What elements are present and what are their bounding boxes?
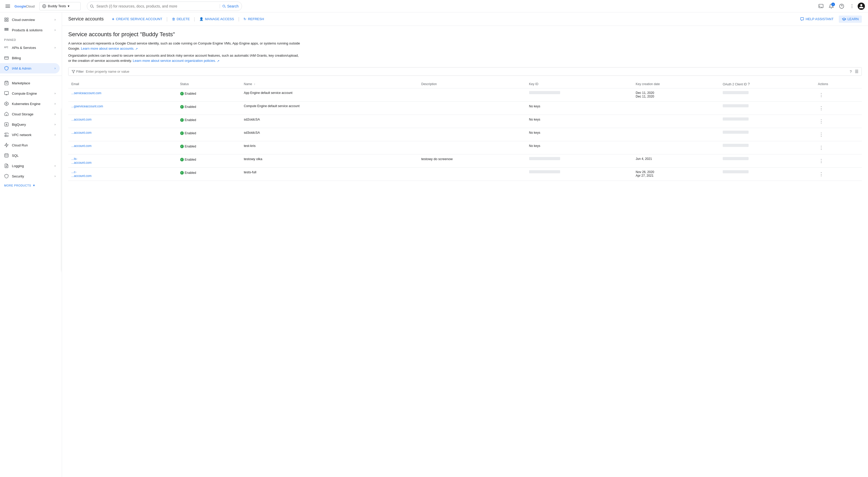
nav-actions: 1: [816, 2, 865, 11]
delete-button[interactable]: 🗑 DELETE: [169, 16, 193, 23]
oauth2-placeholder: [723, 170, 749, 173]
sidebar-item-vpc[interactable]: VPC network ›: [0, 129, 60, 140]
terminal-button[interactable]: [816, 2, 826, 11]
email-link[interactable]: ...ts-: [71, 157, 174, 161]
learn-more-org-policies-link[interactable]: Learn more about service account organiz…: [133, 59, 219, 63]
more-options-button[interactable]: [847, 2, 857, 11]
sidebar-item-sql[interactable]: SQL: [0, 150, 60, 161]
user-avatar[interactable]: [858, 3, 865, 10]
row-actions-button[interactable]: ⋮: [818, 157, 825, 165]
row-actions-button[interactable]: ⋮: [818, 144, 825, 152]
manage-access-button[interactable]: 👤 MANAGE ACCESS: [196, 16, 237, 23]
iam-icon: [4, 66, 9, 70]
project-name: Buddy Tests: [48, 4, 66, 8]
email-link-2[interactable]: ...account.com: [71, 161, 92, 165]
row-actions-button[interactable]: ⋮: [818, 117, 825, 125]
chevron-right-iam: ›: [55, 66, 56, 70]
sidebar-item-label-billing: Billing: [12, 56, 56, 60]
row-status: Enabled: [177, 102, 241, 115]
col-header-name[interactable]: Name ↑: [241, 80, 418, 88]
filter-input[interactable]: [86, 69, 847, 73]
email-link[interactable]: ...account.com: [71, 118, 92, 121]
sidebar-item-bigquery[interactable]: BigQuery ›: [0, 119, 60, 129]
row-key-id: No keys: [526, 115, 633, 128]
status-badge: Enabled: [180, 145, 196, 148]
sidebar-item-label-logging: Logging: [12, 164, 52, 168]
filter-help-icon[interactable]: ?: [850, 69, 852, 74]
sidebar-item-cloud-run[interactable]: Cloud Run: [0, 140, 60, 150]
sidebar: Cloud overview › Products & solutions › …: [0, 12, 62, 477]
email-link[interactable]: ...serviceaccount.com: [71, 91, 101, 95]
svg-point-26: [6, 103, 7, 105]
row-oauth2: [720, 115, 815, 128]
more-products-button[interactable]: MORE PRODUCTS ▾: [0, 181, 62, 189]
sidebar-item-compute[interactable]: Compute Engine ›: [0, 88, 60, 98]
sidebar-item-security[interactable]: Security ›: [0, 171, 60, 181]
row-actions-button[interactable]: ⋮: [818, 91, 825, 99]
sidebar-item-iam[interactable]: IAM & Admin ›: [0, 63, 60, 73]
sidebar-item-marketplace[interactable]: Marketplace: [0, 78, 60, 88]
sidebar-item-logging[interactable]: Logging ›: [0, 161, 60, 171]
filter-bar: Filter ? ☰: [68, 67, 862, 76]
learn-more-service-accounts-link[interactable]: Learn more about service accounts. ↗: [81, 47, 138, 51]
col-header-key-id: Key ID: [526, 80, 633, 88]
col-header-actions: Actions: [815, 80, 862, 88]
sidebar-item-label-iam: IAM & Admin: [12, 66, 52, 70]
separator-3: |: [238, 16, 239, 22]
svg-rect-27: [5, 123, 8, 126]
google-cloud-logo[interactable]: Google Cloud: [14, 3, 35, 9]
notifications-button[interactable]: 1: [827, 2, 836, 11]
column-options-button[interactable]: ☰: [855, 69, 859, 74]
row-actions-button[interactable]: ⋮: [818, 104, 825, 112]
learn-button[interactable]: LEARN: [839, 16, 862, 23]
search-input[interactable]: [96, 4, 218, 8]
sidebar-item-label-cloud-overview: Cloud overview: [12, 18, 52, 22]
sidebar-item-apis[interactable]: API APIs & Services ›: [0, 42, 60, 53]
chevron-down-icon: ▾: [33, 183, 35, 187]
create-service-account-button[interactable]: + CREATE SERVICE ACCOUNT: [109, 15, 165, 23]
oauth2-placeholder: [723, 131, 749, 134]
help-assistant-button[interactable]: HELP ASSISTANT: [797, 16, 837, 23]
email-link[interactable]: ...account.com: [71, 131, 92, 135]
sidebar-item-cloud-overview[interactable]: Cloud overview ›: [0, 14, 60, 25]
status-badge: Enabled: [180, 171, 196, 175]
status-badge: Enabled: [180, 105, 196, 109]
row-oauth2: [720, 141, 815, 154]
email-link-2[interactable]: ...account.com: [71, 174, 92, 178]
logging-icon: [4, 163, 9, 168]
svg-marker-25: [5, 102, 8, 106]
row-email: ...c-...account.com: [68, 168, 177, 181]
svg-rect-13: [5, 20, 6, 22]
sidebar-item-label-marketplace: Marketplace: [12, 81, 56, 85]
email-link[interactable]: ...c-: [71, 170, 174, 174]
row-actions-button[interactable]: ⋮: [818, 131, 825, 139]
sidebar-item-billing[interactable]: Billing: [0, 53, 60, 63]
oauth2-placeholder: [723, 91, 749, 94]
row-actions-button[interactable]: ⋮: [818, 170, 825, 178]
enabled-dot: [180, 158, 184, 161]
svg-rect-16: [6, 28, 7, 29]
storage-icon: [4, 112, 9, 116]
oauth2-help-icon[interactable]: ?: [748, 82, 750, 86]
row-key-dates: [632, 115, 720, 128]
project-selector[interactable]: Buddy Tests ▾: [39, 2, 81, 10]
refresh-button[interactable]: ↻ REFRESH: [240, 16, 267, 23]
row-key-dates: Jun 4, 2021: [632, 154, 720, 168]
help-button[interactable]: [837, 2, 846, 11]
hamburger-menu[interactable]: [3, 2, 12, 11]
row-email: ...gserviceaccount.com: [68, 102, 177, 115]
email-link[interactable]: ...account.com: [71, 144, 92, 148]
row-actions: ⋮: [815, 154, 862, 168]
oauth2-placeholder: [723, 104, 749, 107]
sidebar-item-storage[interactable]: Cloud Storage ›: [0, 109, 60, 119]
sidebar-item-products-solutions[interactable]: Products & solutions ›: [0, 25, 60, 35]
col-header-key-creation-date: Key creation date: [632, 80, 720, 88]
email-link[interactable]: ...gserviceaccount.com: [71, 105, 103, 108]
sidebar-item-label-vpc: VPC network: [12, 133, 52, 137]
row-description: [418, 141, 526, 154]
search-button[interactable]: Search: [220, 4, 239, 8]
sidebar-item-kubernetes[interactable]: Kubernetes Engine ›: [0, 98, 60, 109]
svg-marker-28: [5, 143, 8, 147]
row-key-id: [526, 154, 633, 168]
sidebar-item-label-bigquery: BigQuery: [12, 123, 52, 126]
